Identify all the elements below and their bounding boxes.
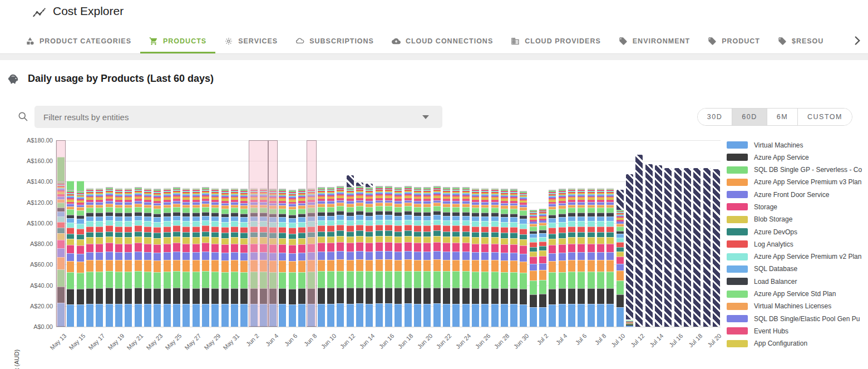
tab-cloud-providers[interactable]: CLOUD PROVIDERS (502, 29, 610, 53)
bar-may-24[interactable] (164, 188, 171, 327)
bar-may-29[interactable] (211, 188, 219, 327)
bar-may-21[interactable] (135, 187, 142, 327)
range-30d-button[interactable]: 30D (698, 109, 732, 125)
bar-jun-28[interactable] (501, 189, 508, 327)
bar-jul-2[interactable] (539, 209, 546, 327)
legend-item[interactable]: Azure App Service (727, 154, 867, 161)
bar-jul-6[interactable] (578, 188, 585, 327)
bar-jul-10[interactable] (617, 190, 624, 327)
legend-item[interactable]: Azure DevOps (727, 228, 867, 235)
bar-jul-18[interactable] (693, 168, 701, 327)
bar-jun-22[interactable] (443, 187, 450, 327)
tab-resource[interactable]: $RESOU (769, 29, 832, 53)
bar-jun-15[interactable] (376, 186, 383, 327)
bar-jun-29[interactable] (510, 189, 517, 327)
bar-jun-12[interactable] (347, 175, 354, 327)
bar-jun-17[interactable] (394, 187, 402, 327)
bar-jul-17[interactable] (684, 168, 691, 327)
bar-jun-9[interactable] (318, 187, 325, 327)
bar-jun-14[interactable] (366, 184, 373, 327)
legend-item[interactable]: Virtual Machines Licenses (727, 303, 867, 310)
bar-jun-26[interactable] (481, 188, 489, 327)
legend-item[interactable]: App Configuration (727, 340, 867, 347)
legend-item[interactable]: Azure Front Door Service (727, 191, 867, 198)
bar-may-22[interactable] (144, 188, 151, 327)
legend-item[interactable]: Storage (727, 203, 867, 210)
bar-jul-3[interactable] (549, 190, 556, 327)
bar-may-26[interactable] (183, 188, 190, 327)
bar-jun-7[interactable] (298, 189, 305, 327)
dropdown-caret-icon[interactable] (422, 115, 429, 119)
legend-item[interactable]: Event Hubs (727, 327, 867, 334)
bar-may-28[interactable] (202, 187, 209, 327)
range-6m-button[interactable]: 6M (767, 109, 797, 125)
bar-jul-5[interactable] (568, 188, 575, 327)
bar-jun-23[interactable] (452, 187, 460, 327)
stack-segment (135, 201, 142, 204)
legend-item[interactable]: Azure App Service Std Plan (727, 291, 867, 298)
bar-jul-8[interactable] (597, 188, 604, 327)
bar-jun-25[interactable] (472, 188, 479, 327)
bar-jun-16[interactable] (385, 186, 392, 327)
bar-jun-21[interactable] (433, 186, 441, 327)
tab-services[interactable]: SERVICES (215, 29, 287, 53)
legend-item[interactable]: Log Analytics (727, 240, 867, 248)
bar-jun-11[interactable] (337, 186, 344, 327)
legend-item[interactable]: SQL DB Single/Elastic Pool Gen Pu (727, 315, 867, 322)
tab-cloud-connections[interactable]: CLOUD CONNECTIONS (383, 29, 502, 53)
bar-jun-6[interactable] (289, 190, 296, 327)
legend-item[interactable]: SQL DB Single GP - Serverless - Co (727, 166, 867, 174)
bar-may-31[interactable] (231, 188, 238, 327)
bar-jun-10[interactable] (327, 187, 334, 327)
stack-segment (578, 198, 585, 200)
range-60d-button[interactable]: 60D (732, 109, 766, 125)
range-custom-button[interactable]: CUSTOM (797, 109, 852, 125)
legend-item[interactable]: Azure App Service Premium v2 Plan (727, 253, 867, 260)
bar-jun-18[interactable] (405, 186, 412, 327)
bar-jul-19[interactable] (703, 168, 711, 327)
bar-jun-13[interactable] (356, 183, 363, 327)
legend-item[interactable]: Azure App Service Premium v3 Plan (727, 179, 867, 186)
bar-may-27[interactable] (193, 188, 200, 327)
bar-jul-11[interactable] (626, 174, 633, 327)
bar-jul-20[interactable] (713, 169, 720, 327)
bar-jun-19[interactable] (414, 187, 421, 327)
legend-item[interactable]: Virtual Machines (727, 141, 867, 149)
tab-product-categories[interactable]: PRODUCT CATEGORIES (17, 29, 140, 53)
bar-may-17[interactable] (96, 188, 103, 327)
chevron-right-icon[interactable] (850, 33, 865, 48)
bar-jul-9[interactable] (606, 188, 614, 327)
bar-may-20[interactable] (125, 188, 132, 327)
bar-jul-15[interactable] (664, 168, 672, 327)
bar-jul-1[interactable] (530, 210, 537, 327)
bar-may-30[interactable] (221, 189, 229, 327)
bar-jul-16[interactable] (674, 168, 682, 327)
bar-jul-13[interactable] (645, 164, 653, 327)
bar-may-23[interactable] (154, 189, 161, 327)
tab-products[interactable]: PRODUCTS (140, 29, 215, 53)
bar-jun-30[interactable] (520, 191, 527, 327)
bar-jun-20[interactable] (423, 187, 431, 327)
bar-jul-12[interactable] (635, 155, 643, 327)
legend-item[interactable]: SQL Database (727, 265, 867, 273)
bar-may-16[interactable] (86, 188, 93, 327)
legend-item[interactable]: Load Balancer (727, 278, 867, 285)
bar-jul-14[interactable] (655, 165, 662, 327)
bar-jun-24[interactable] (462, 187, 470, 327)
bar-jul-7[interactable] (588, 188, 595, 327)
bar-jun-27[interactable] (491, 188, 499, 327)
entity-filter-input[interactable] (34, 112, 422, 122)
tab-product[interactable]: PRODUCT (699, 29, 769, 53)
bar-jul-4[interactable] (559, 189, 566, 327)
bar-jun-5[interactable] (279, 189, 286, 327)
bar-may-15[interactable] (77, 181, 84, 327)
bar-jun-1[interactable] (240, 189, 248, 327)
bar-may-14[interactable] (67, 181, 74, 327)
stack-segment (125, 196, 132, 198)
bar-may-18[interactable] (106, 187, 113, 327)
tab-environment[interactable]: ENVIRONMENT (610, 29, 699, 53)
tab-subscriptions[interactable]: SUBSCRIPTIONS (287, 29, 383, 53)
bar-may-25[interactable] (173, 187, 180, 327)
bar-may-19[interactable] (115, 188, 122, 327)
legend-item[interactable]: Blob Storage (727, 216, 867, 223)
